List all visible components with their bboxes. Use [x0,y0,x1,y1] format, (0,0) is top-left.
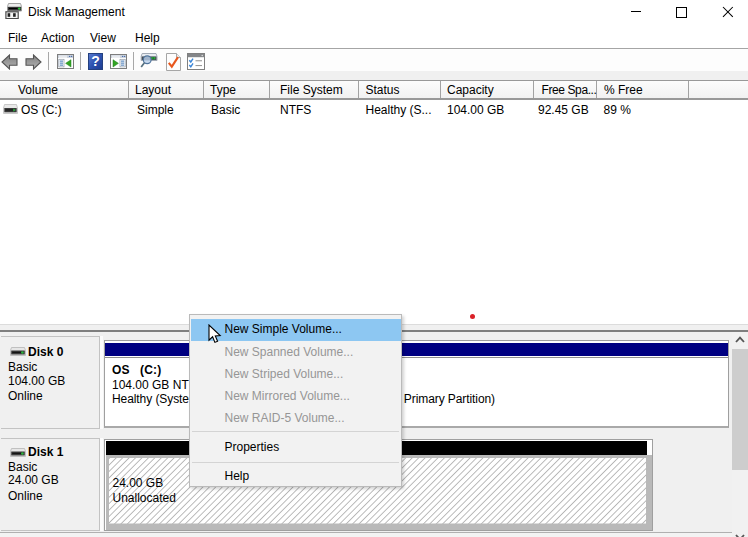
svg-text:?: ? [91,53,100,69]
